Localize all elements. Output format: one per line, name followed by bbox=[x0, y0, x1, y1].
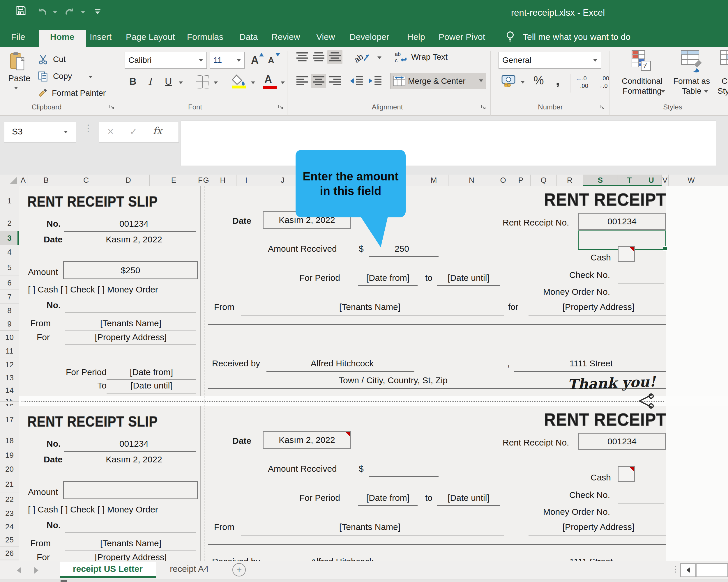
spreadsheet-area[interactable]: RENT RECEIPT SLIP No. 001234 Date Kasım … bbox=[0, 186, 728, 561]
column-header-Q[interactable]: Q bbox=[530, 175, 557, 186]
slip-payment-checks[interactable]: [ ] Cash [ ] Check [ ] Money Order bbox=[28, 505, 158, 515]
number-dialog-launcher-icon[interactable] bbox=[599, 104, 606, 111]
clipboard-dialog-launcher-icon[interactable] bbox=[108, 104, 115, 111]
tab-data[interactable]: Data bbox=[239, 32, 258, 42]
save-icon[interactable] bbox=[15, 5, 27, 16]
column-header-I[interactable]: I bbox=[236, 175, 256, 186]
tab-file[interactable]: File bbox=[11, 32, 25, 42]
row-header-18[interactable]: 18 bbox=[0, 433, 19, 448]
column-header-W[interactable]: W bbox=[669, 175, 714, 186]
date-until-value[interactable]: [Date until] bbox=[438, 493, 499, 503]
column-header-V[interactable]: V bbox=[661, 175, 669, 186]
column-header-C[interactable]: C bbox=[65, 175, 107, 186]
row-header-5[interactable]: 5 bbox=[0, 259, 19, 276]
accounting-caret-icon[interactable] bbox=[521, 81, 525, 84]
select-all-corner[interactable] bbox=[0, 175, 19, 186]
row-header-2[interactable]: 2 bbox=[0, 215, 19, 231]
accounting-format-icon[interactable] bbox=[501, 74, 520, 90]
align-center-icon[interactable] bbox=[311, 74, 326, 88]
row-header-25[interactable]: 25 bbox=[0, 533, 19, 547]
copy-button[interactable]: Copy bbox=[37, 71, 107, 84]
column-header-A[interactable]: A bbox=[19, 175, 27, 186]
slip-no-value[interactable]: 001234 bbox=[81, 219, 186, 229]
column-header-G[interactable]: G bbox=[203, 175, 209, 186]
hscroll-track[interactable] bbox=[696, 563, 728, 577]
slip-date-value[interactable]: Kasım 2, 2022 bbox=[81, 454, 186, 465]
number-format-select[interactable]: General bbox=[498, 52, 601, 69]
tab-formulas[interactable]: Formulas bbox=[187, 32, 223, 42]
date-from-value[interactable]: [Date from] bbox=[360, 273, 416, 283]
percent-style-button[interactable]: % bbox=[534, 74, 544, 87]
tab-power-pivot[interactable]: Power Pivot bbox=[439, 32, 485, 42]
fill-handle[interactable] bbox=[663, 246, 668, 251]
column-header-S[interactable]: S bbox=[583, 175, 618, 186]
date-box[interactable]: Kasım 2, 2022 bbox=[263, 431, 351, 449]
font-size-select[interactable]: 11 bbox=[210, 52, 244, 69]
property-value[interactable]: [Property Address] bbox=[537, 302, 659, 312]
orientation-caret-icon[interactable] bbox=[378, 56, 382, 59]
row-header-24[interactable]: 24 bbox=[0, 520, 19, 533]
hscroll-left-button[interactable] bbox=[680, 563, 696, 577]
align-middle-icon[interactable] bbox=[311, 50, 326, 64]
tab-page-layout[interactable]: Page Layout bbox=[126, 32, 175, 42]
sheet-nav-left-icon[interactable] bbox=[17, 567, 21, 574]
tab-home[interactable]: Home bbox=[50, 32, 74, 42]
slip-tenants-value[interactable]: [Tenants Name] bbox=[65, 318, 196, 328]
tenants-value[interactable]: [Tenants Name] bbox=[274, 302, 466, 312]
row-header-11[interactable]: 11 bbox=[0, 344, 19, 358]
decrease-font-icon[interactable]: A bbox=[267, 53, 282, 69]
receipt-no-box[interactable]: 001234 bbox=[578, 213, 666, 230]
tab-view[interactable]: View bbox=[316, 32, 335, 42]
insert-function-icon[interactable]: fx bbox=[153, 125, 162, 137]
borders-icon[interactable] bbox=[196, 75, 209, 88]
conditional-formatting-button[interactable]: ≠ Conditional Formatting bbox=[617, 50, 667, 102]
bold-button[interactable]: B bbox=[129, 76, 136, 87]
underline-caret-icon[interactable] bbox=[179, 82, 183, 84]
sheet-tab-active[interactable]: receipt US Letter bbox=[60, 562, 156, 576]
orientation-icon[interactable]: ab bbox=[355, 51, 375, 64]
cancel-icon[interactable]: × bbox=[107, 126, 113, 138]
slip-payment-checks[interactable]: [ ] Cash [ ] Check [ ] Money Order bbox=[28, 285, 158, 295]
row-header-15[interactable]: 15 bbox=[0, 396, 19, 401]
slip-date-until[interactable]: [Date until] bbox=[108, 381, 195, 390]
wrap-text-button[interactable]: abc Wrap Text bbox=[395, 50, 482, 65]
column-header-O[interactable]: O bbox=[495, 175, 511, 186]
merge-center-button[interactable]: Merge & Center bbox=[390, 73, 486, 89]
column-header-B[interactable]: B bbox=[27, 175, 65, 186]
cell-styles-button[interactable]: Cell Styles bbox=[714, 50, 728, 102]
column-header-R[interactable]: R bbox=[557, 175, 583, 186]
sheet-tab-receipt-a4[interactable]: receipt A4 bbox=[162, 562, 217, 576]
column-header-U[interactable]: U bbox=[641, 175, 661, 186]
decrease-decimal-icon[interactable]: .00→.0 bbox=[597, 75, 617, 91]
redo-icon[interactable] bbox=[63, 6, 76, 18]
align-bottom-icon[interactable] bbox=[327, 50, 342, 64]
tab-insert[interactable]: Insert bbox=[90, 32, 111, 42]
formula-input[interactable] bbox=[181, 120, 717, 166]
row-header-3[interactable]: 3 bbox=[0, 231, 19, 245]
column-header-H[interactable]: H bbox=[209, 175, 236, 186]
row-header-6[interactable]: 6 bbox=[0, 276, 19, 290]
property-value[interactable]: [Property Address] bbox=[537, 522, 659, 532]
redo-dropdown-caret[interactable] bbox=[81, 11, 85, 14]
column-header-P[interactable]: P bbox=[511, 175, 530, 186]
name-box[interactable]: S3 bbox=[4, 122, 76, 143]
column-header-F[interactable]: F bbox=[198, 175, 203, 186]
row-header-17[interactable]: 17 bbox=[0, 406, 19, 433]
cut-button[interactable]: Cut bbox=[37, 54, 107, 67]
tell-me-box[interactable]: Tell me what you want to do bbox=[523, 32, 630, 42]
row-header-21[interactable]: 21 bbox=[0, 476, 19, 492]
slip-no-value[interactable]: 001234 bbox=[81, 439, 186, 449]
slip-amount-box[interactable]: $250 bbox=[63, 481, 198, 499]
font-dialog-launcher-icon[interactable] bbox=[277, 104, 284, 111]
tab-review[interactable]: Review bbox=[271, 32, 300, 42]
column-header-D[interactable]: D bbox=[107, 175, 150, 186]
slip-property-value[interactable]: [Property Address] bbox=[65, 332, 196, 342]
row-header-20[interactable]: 20 bbox=[0, 462, 19, 476]
column-header-T[interactable]: T bbox=[618, 175, 641, 186]
row-header-14[interactable]: 14 bbox=[0, 384, 19, 396]
tenants-value[interactable]: [Tenants Name] bbox=[274, 522, 466, 532]
align-right-icon[interactable] bbox=[327, 74, 342, 88]
underline-button[interactable]: U bbox=[165, 76, 172, 87]
cash-checkbox[interactable] bbox=[618, 466, 635, 482]
row-header-10[interactable]: 10 bbox=[0, 331, 19, 344]
